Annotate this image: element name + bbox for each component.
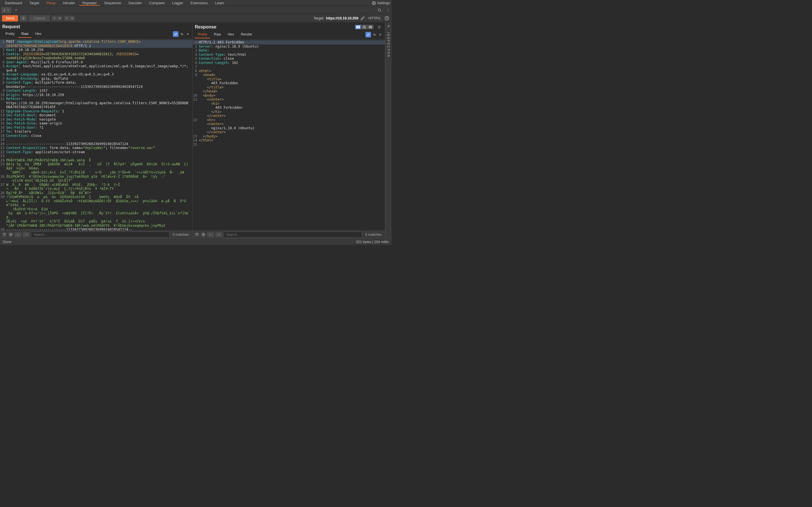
cancel-button[interactable]: Cancel <box>29 15 50 21</box>
code-line[interactable]: 13Sec-Fetch-Dest: document <box>0 113 192 117</box>
sidebar-hamburger-icon[interactable]: ≡ <box>388 24 389 28</box>
code-line[interactable]: 26ðSzPKÃ©YS K¹ÛEUejbxseqmqcke.jsp}TakÛ0ý… <box>0 175 192 179</box>
code-line[interactable]: <center> <box>193 122 385 126</box>
code-line[interactable]: 5Connection: close <box>193 57 385 61</box>
code-line[interactable]: ?ÃnÕYd¹ºFó¤d ÈìH <box>0 207 192 212</box>
inspector-toggle[interactable]: ⇄ <box>365 32 371 38</box>
code-line[interactable]: ˇbØPC- uBèð.b2c;X«{ EvÏ¸¹T\Ô%îìß ´ v¹Û ¿… <box>0 170 192 175</box>
code-line[interactable]: </title> <box>193 86 385 90</box>
response-search-input[interactable] <box>223 231 362 238</box>
response-viewer[interactable]: 1HTTP/1.1 403 Forbidden2Server: nginx/1.… <box>193 40 385 230</box>
code-line[interactable]: 12 <hr> <box>193 118 385 122</box>
subtab-render[interactable]: Render <box>238 31 255 38</box>
code-line[interactable]: 11 <center> <box>193 98 385 102</box>
menu-intruder[interactable]: Intruder <box>60 1 78 6</box>
code-line[interactable]: </center> <box>193 130 385 134</box>
hamburger-icon[interactable]: ≡ <box>378 32 383 38</box>
subtab-raw[interactable]: Raw <box>18 31 32 38</box>
menu-logger[interactable]: Logger <box>169 1 186 6</box>
code-line[interactable]: -¼{zïN'éóú{ˇXQJe¢à_üS 5ý\ß]Y^ <box>0 179 192 183</box>
menu-learn[interactable]: Learn <box>212 1 227 6</box>
search-settings-icon[interactable] <box>201 232 206 237</box>
subtab-hex[interactable]: Hex <box>225 31 237 38</box>
send-button[interactable]: Send <box>2 15 18 21</box>
code-line[interactable]: 17Te: trailers <box>0 129 192 134</box>
history-back-dropdown[interactable]: ▾ <box>57 16 62 21</box>
search-next-button[interactable]: → <box>215 232 222 237</box>
code-line[interactable]: 285FAF5E7D0E0AE1D6DB9D2C5A41D3C6 HTTP/1.… <box>0 44 192 48</box>
hamburger-icon[interactable]: ≡ <box>185 31 190 37</box>
code-line[interactable]: 9Content-Length: 1337 <box>0 89 192 93</box>
code-line[interactable]: 12Upgrade-Insecure-Requests: 1 <box>0 109 192 114</box>
new-tab-button[interactable]: + <box>13 7 19 13</box>
code-line[interactable]: 30-----------------------------113302730… <box>0 228 192 230</box>
code-line[interactable]: 3Date: <box>193 48 385 53</box>
inspector-sidebar[interactable]: ≡ INSPECTOR <box>385 22 392 238</box>
code-line[interactable]: 3Cookie: JSESSIONID=5E70642E63E41ED1721A… <box>0 52 192 56</box>
code-line[interactable]: 18Connection: close <box>0 134 192 138</box>
code-line[interactable]: 23 <box>0 154 192 158</box>
code-line[interactable]: 14</html> <box>193 138 385 143</box>
search-prev-button[interactable]: ← <box>15 232 21 237</box>
code-line[interactable]: 403 Forbidden <box>193 106 385 110</box>
code-line[interactable]: °{ÃÞˇïPKÃ©YSWEB-INF/PKÃ©YSEº&WEB-INF/web… <box>0 224 192 228</box>
menu-target[interactable]: Target <box>26 1 42 6</box>
subtab-hex[interactable]: Hex <box>32 31 45 38</box>
menu-proxy[interactable]: Proxy <box>43 1 59 6</box>
request-search-input[interactable] <box>31 231 169 238</box>
code-line[interactable]: <h1> <box>193 102 385 106</box>
code-line[interactable]: 10Origin: https://10.10.10.250 <box>0 93 192 97</box>
menu-repeater[interactable]: Repeater <box>79 1 100 6</box>
code-line[interactable]: ÜË¤õï +aX ®V?´5Yˇ ô²ñ³Ï Òù½áÅ DïT pâÖs þ… <box>0 219 192 224</box>
layout-rows-button[interactable] <box>361 25 367 29</box>
search-settings-icon[interactable] <box>8 232 13 237</box>
request-editor[interactable]: 1POST /manager/html/upload?org.apache.ca… <box>0 39 192 230</box>
config-button[interactable] <box>20 15 27 21</box>
code-line[interactable]: 24PKÃ©YSWEB-INF/PKÃ©YSEºWEB-INF/web.xmlm… <box>0 158 192 163</box>
subtab-pretty[interactable]: Pretty <box>195 31 210 38</box>
inspector-toggle[interactable]: ⇄ <box>173 31 179 37</box>
edit-target-icon[interactable] <box>360 16 365 21</box>
code-line[interactable]: boundary=---------------------------1133… <box>0 85 192 89</box>
menu-extensions[interactable]: Extensions <box>188 1 211 6</box>
target-host[interactable]: https://10.10.10.250 <box>326 16 358 20</box>
layout-tabs-button[interactable] <box>367 25 373 29</box>
code-line[interactable]: https://10.10.10.250/manager/html/upload… <box>0 101 192 109</box>
help-icon[interactable] <box>384 15 390 21</box>
code-line[interactable]: 28Óg[*Ø¸Å* óÅ€ðW1c Jî£v¬ÖiB' õ@ 4XˇØî* <box>0 191 192 195</box>
code-line[interactable]: </head> <box>193 89 385 94</box>
code-line[interactable]: 7Accept-Encoding: gzip, deflate <box>0 76 192 81</box>
code-line[interactable]: 15Sec-Fetch-Site: same-origin <box>0 121 192 126</box>
code-line[interactable]: 2Host: 10.10.10.250 <box>0 48 192 52</box>
code-line[interactable]: 1POST /manager/html/upload?org.apache.ca… <box>0 40 192 44</box>
code-line[interactable]: 11Referer: <box>0 97 192 101</box>
layout-columns-button[interactable] <box>355 25 361 29</box>
code-line[interactable]: 9 <head> <box>193 73 385 77</box>
code-line[interactable]: 8Content-Type: multipart/form-data; <box>0 80 192 85</box>
close-icon[interactable]: × <box>7 8 9 12</box>
search-help-icon[interactable]: ? <box>2 232 7 237</box>
code-line[interactable]: 20-----------------------------113302730… <box>0 142 192 146</box>
newline-toggle[interactable]: \n <box>371 32 377 38</box>
subtab-raw[interactable]: Raw <box>211 31 224 38</box>
code-line[interactable]: 5Accept: text/html,application/xhtml+xml… <box>0 64 192 72</box>
code-line[interactable]: <title> <box>193 77 385 81</box>
code-line[interactable]: 7 <box>193 65 385 69</box>
search-next-button[interactable]: → <box>23 232 30 237</box>
search-prev-button[interactable]: ← <box>207 232 214 237</box>
code-line[interactable]: 25Â0íý 5g õq ZÑ¶Ä¨ §ÒÆSÖ6 øú{# EvÏ ¸ xÛ … <box>0 162 192 170</box>
code-line[interactable]: 21Content-Disposition: form-data; name="… <box>0 146 192 150</box>
http-version-selector[interactable]: HTTP/1 <box>367 16 382 21</box>
code-line[interactable]: node012rg2j0cbnxu7rwqhobekc1l688.node0 <box>0 56 192 60</box>
code-line[interactable]: 27W ñ 0 #A ¦ Úð@Âc-aïÆÅ½#àÒ H5üÉ- ZÚÞþ~ … <box>0 183 192 187</box>
subtab-pretty[interactable]: Pretty <box>2 31 18 38</box>
more-icon[interactable]: ⋮ <box>385 7 392 13</box>
code-line[interactable]: ¬ ÅU E`êd8ÂfZk`r|é;æç£ Ç,3j\rh½ÊjÅYo ¥ *… <box>0 187 192 191</box>
code-line[interactable]: 16Sec-Fetch-User: ?1 <box>0 126 192 130</box>
code-line[interactable]: L'¬H=Ç ÄL}ÏÏ¦) Ö.Y3 nêbÂÏx¥sÒ ~t€$6INàç6… <box>0 199 192 207</box>
code-line[interactable]: 6Content-Length: 162 <box>193 61 385 65</box>
code-line[interactable]: 8<html> <box>193 69 385 73</box>
code-line[interactable]: 6Accept-Language: es-ES,es;q=0.8,en-US;q… <box>0 72 192 76</box>
code-line[interactable]: 4Content-Type: text/html <box>193 53 385 57</box>
code-line[interactable]: 2Server: nginx/1.18.0 (Ubuntu) <box>193 45 385 49</box>
